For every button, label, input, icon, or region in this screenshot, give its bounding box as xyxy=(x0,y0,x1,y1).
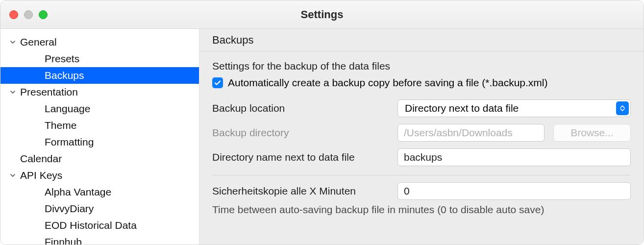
sidebar-item-calendar[interactable]: Calendar xyxy=(0,150,199,167)
sidebar-item-label: API Keys xyxy=(20,170,62,181)
next-to-input[interactable]: backups xyxy=(397,148,631,166)
chevron-down-icon[interactable] xyxy=(9,172,16,179)
sidebar-item-alpha-vantage[interactable]: Alpha Vantage xyxy=(0,184,199,200)
select-stepper-icon xyxy=(616,101,629,115)
sidebar-item-label: Language xyxy=(45,103,90,115)
interval-label: Sicherheitskopie alle X Minuten xyxy=(212,185,389,197)
browse-button[interactable]: Browse... xyxy=(553,124,631,142)
sidebar-item-label: Calendar xyxy=(20,153,62,165)
sidebar-item-theme[interactable]: Theme xyxy=(0,117,199,134)
interval-value: 0 xyxy=(404,185,410,197)
chevron-down-icon[interactable] xyxy=(9,89,16,96)
sidebar-item-label: Theme xyxy=(45,120,76,131)
sidebar-item-eod-historical-data[interactable]: EOD Historical Data xyxy=(0,217,199,234)
interval-input[interactable]: 0 xyxy=(397,182,631,200)
minimize-icon[interactable] xyxy=(24,10,33,19)
sidebar-item-finnhub[interactable]: Finnhub xyxy=(0,234,199,245)
window-title: Settings xyxy=(0,8,644,21)
sidebar-item-api-keys[interactable]: API Keys xyxy=(0,167,199,184)
sidebar-item-label: Backups xyxy=(45,70,84,81)
backup-directory-label: Backup directory xyxy=(212,127,389,139)
sidebar-item-formatting[interactable]: Formatting xyxy=(0,134,199,150)
sidebar-item-backups[interactable]: Backups xyxy=(0,67,199,84)
auto-backup-label: Automatically create a backup copy befor… xyxy=(228,77,548,89)
sidebar-item-label: General xyxy=(20,36,57,48)
panel-body: Settings for the backup of the data file… xyxy=(199,51,644,216)
window-controls xyxy=(9,10,48,19)
next-to-row: Directory name next to data file backups xyxy=(212,148,631,166)
backup-location-row: Backup location Directory next to data f… xyxy=(212,99,631,117)
next-to-label: Directory name next to data file xyxy=(212,151,389,163)
backup-directory-placeholder: /Users/asbn/Downloads xyxy=(404,127,513,139)
backup-location-label: Backup location xyxy=(212,102,389,114)
backup-location-value: Directory next to data file xyxy=(405,102,519,114)
backup-directory-input[interactable]: /Users/asbn/Downloads xyxy=(397,124,545,142)
auto-backup-checkbox[interactable] xyxy=(212,77,223,88)
backup-directory-row: Backup directory /Users/asbn/Downloads B… xyxy=(212,124,631,142)
sidebar-item-label: EOD Historical Data xyxy=(45,220,137,231)
browse-button-label: Browse... xyxy=(570,127,614,139)
sidebar-item-label: DivvyDiary xyxy=(45,203,94,215)
settings-panel: Backups Settings for the backup of the d… xyxy=(199,29,644,245)
panel-header: Backups xyxy=(199,29,644,51)
auto-backup-row[interactable]: Automatically create a backup copy befor… xyxy=(212,77,631,89)
chevron-down-icon[interactable] xyxy=(9,39,16,46)
panel-description: Settings for the backup of the data file… xyxy=(212,60,631,72)
maximize-icon[interactable] xyxy=(39,10,48,19)
sidebar-item-language[interactable]: Language xyxy=(0,100,199,117)
sidebar-item-general[interactable]: General xyxy=(0,34,199,50)
sidebar: GeneralPresetsBackupsPresentationLanguag… xyxy=(0,29,199,245)
interval-row: Sicherheitskopie alle X Minuten 0 xyxy=(212,182,631,200)
sidebar-item-label: Alpha Vantage xyxy=(45,186,111,198)
sidebar-item-presentation[interactable]: Presentation xyxy=(0,84,199,100)
close-icon[interactable] xyxy=(9,10,18,19)
checkmark-icon xyxy=(214,79,222,87)
sidebar-item-label: Formatting xyxy=(45,136,94,148)
settings-window: Settings GeneralPresetsBackupsPresentati… xyxy=(0,0,644,245)
titlebar: Settings xyxy=(0,0,644,29)
sidebar-item-divvydiary[interactable]: DivvyDiary xyxy=(0,200,199,217)
sidebar-item-presets[interactable]: Presets xyxy=(0,50,199,67)
sidebar-item-label: Presentation xyxy=(20,86,78,98)
sidebar-item-label: Finnhub xyxy=(45,236,82,245)
next-to-value: backups xyxy=(404,151,442,163)
sidebar-item-label: Presets xyxy=(45,53,79,65)
window-body: GeneralPresetsBackupsPresentationLanguag… xyxy=(0,29,644,245)
location-group: Backup location Directory next to data f… xyxy=(212,99,631,175)
interval-hint: Time between auto-saving backup file in … xyxy=(212,204,631,216)
backup-location-select[interactable]: Directory next to data file xyxy=(397,99,631,117)
